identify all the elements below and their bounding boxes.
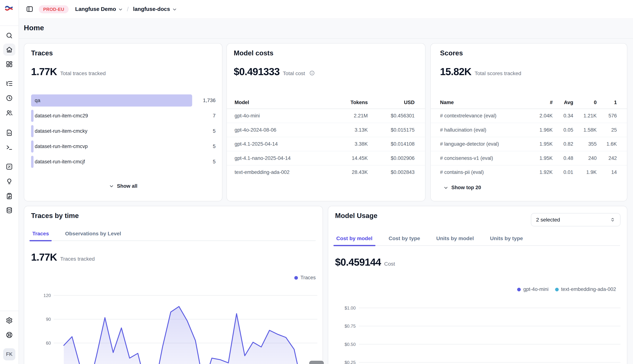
trace-count: 1,736 [203,98,216,103]
sidebar-item-support[interactable] [3,329,15,341]
sidebar-item-datasets[interactable] [3,204,15,216]
tab-observations-by-level[interactable]: Observations by Level [64,230,122,240]
sidebar-divider [0,26,19,26]
card-title: Model Usage [335,212,377,220]
cell: 25 [597,127,617,133]
cell: gpt-4.1-2025-04-14 [235,141,331,147]
avatar[interactable]: FK [3,348,15,360]
model-select-dropdown[interactable]: 2 selected [531,213,620,226]
table-header-row: ModelTokensUSD [227,96,425,109]
trace-bar [31,156,34,168]
sidebar-item-sessions[interactable] [3,92,15,104]
sidebar-divider [0,311,19,311]
sidebar-item-annotations[interactable] [3,190,15,202]
scores-total-label: Total scores tracked [475,70,521,76]
sidebar-item-evaluations[interactable] [3,160,15,173]
cell: 14.45K [331,156,368,161]
sidebar-item-home[interactable] [3,44,15,56]
table-row: # contains-pii (eval)1.92K0.011.9K14 [431,166,627,179]
model-usage-card: Model Usage 2 selected Cost by modelCost… [328,206,627,364]
cell: 3.38K [331,141,368,147]
trace-bar-row[interactable]: dataset-run-item-cmc297 [31,110,216,122]
org-switcher[interactable]: Langfuse Demo [75,6,123,12]
annotations-icon [6,192,13,200]
cell: $0.014108 [368,141,415,147]
sidebar-item-playground[interactable] [3,141,15,154]
cell: # contains-pii (eval) [440,170,528,175]
cell: 1.58K [573,127,597,133]
trace-bar [31,140,34,153]
table-row: # conciseness-v1 (eval)1.95K0.48240242 [431,151,627,166]
legend-dot-icon [294,276,298,280]
column-header: Model [235,100,331,106]
show-all-button[interactable]: Show all [109,183,138,189]
evaluations-icon [6,163,13,170]
sidebar-item-dashboards[interactable] [3,58,15,70]
page-title: Home [24,24,44,32]
tab-units-by-model[interactable]: Units by model [435,235,475,246]
cell: text-embedding-ada-002 [235,170,331,175]
trace-count: 5 [213,144,216,149]
sidebar-item-search[interactable] [3,30,15,42]
table-row: gpt-4o-mini2.21M$0.456301 [227,109,425,123]
model-usage-chart: $1.00$0.75$0.50$0.25 [328,296,627,364]
tab-units-by-type[interactable]: Units by type [489,235,524,246]
cell: 3.13K [331,127,368,133]
sidebar-item-users[interactable] [3,107,15,119]
table-header-row: Name#Avg01 [431,96,627,109]
legend-item[interactable]: gpt-4o-mini [517,286,549,292]
sidebar-item-insights[interactable] [3,175,15,187]
trace-bar-row[interactable]: dataset-run-item-cmcky5 [31,125,216,137]
traces-chart-legend: Traces [294,275,316,280]
settings-icon [6,317,13,324]
cell: gpt-4o-2024-08-06 [235,127,331,133]
info-icon[interactable] [309,70,315,76]
legend-label: Traces [300,275,316,280]
chevron-down-icon [443,185,448,190]
panel-left-icon[interactable] [24,4,35,14]
column-header: 0 [573,100,597,106]
langfuse-logo-icon[interactable] [5,4,13,12]
column-header: Avg [553,100,573,106]
cell: # contextrelevance (eval) [440,113,528,119]
home-icon [6,46,13,53]
legend-item[interactable]: text-embedding-ada-002 [555,286,616,292]
scores-table: Name#Avg01# contextrelevance (eval)2.04K… [431,96,627,179]
svg-text:60: 60 [46,340,51,346]
cell: 1.92K [528,170,553,175]
cell: 576 [597,113,617,119]
trace-bar-row[interactable]: qa1,736 [31,94,216,107]
legend-label: text-embedding-ada-002 [561,286,616,292]
trace-bar-row[interactable]: dataset-run-item-cmcvp5 [31,140,216,153]
cell: 1.95K [528,141,553,147]
project-switcher[interactable]: langfuse-docs [133,6,177,12]
scrollbar-thumb[interactable] [309,361,324,364]
cell: $0.015175 [368,127,415,133]
table-row: gpt-4o-2024-08-063.13K$0.015175 [227,123,425,137]
legend-dot-icon [555,288,559,291]
legend-item[interactable]: Traces [294,275,316,280]
tab-cost-by-model[interactable]: Cost by model [335,235,374,246]
sidebar-item-tracing[interactable] [3,78,15,90]
column-header: 1 [597,100,617,106]
cell: $0.456301 [368,113,415,119]
svg-text:120: 120 [44,293,51,298]
tab-cost-by-type[interactable]: Cost by type [387,235,421,246]
trace-bar-row[interactable]: dataset-run-item-cmcjf5 [31,156,216,168]
tracing-icon [6,80,13,87]
cell: gpt-4o-mini [235,113,331,119]
sidebar-item-settings[interactable] [3,314,15,326]
card-title: Traces [31,49,53,58]
show-top-20-button[interactable]: Show top 20 [443,184,481,190]
traces-by-time-chart: 120906030 [24,285,323,364]
trace-count: 7 [213,113,216,119]
legend-dot-icon [517,288,521,291]
sidebar-item-prompts[interactable] [3,126,15,139]
table-row: # contextrelevance (eval)2.04K0.341.21K5… [431,109,627,123]
chevrons-up-down-icon [610,217,615,222]
cell: 2.04K [528,113,553,119]
app-window: FK PROD-EU Langfuse Demo / langfuse-docs… [0,0,633,364]
table-row: # hallucination (eval)1.96K0.051.58K25 [431,123,627,137]
trace-name: dataset-run-item-cmc29 [35,113,88,119]
tab-traces[interactable]: Traces [31,230,50,240]
